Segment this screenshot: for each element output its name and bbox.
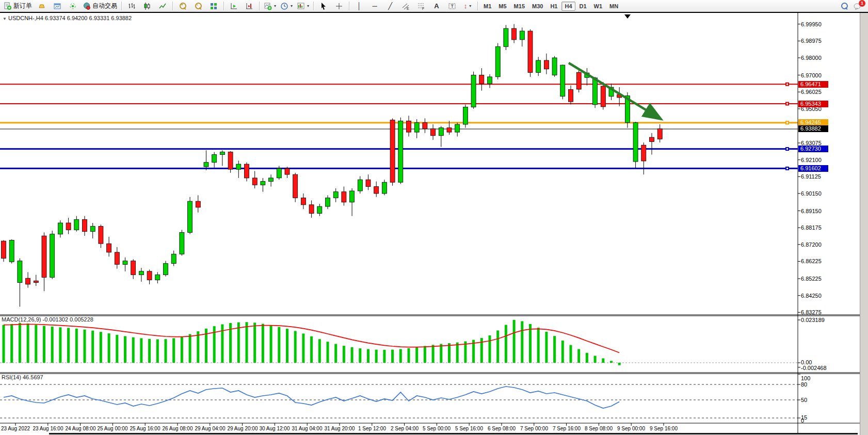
candle-body (196, 201, 200, 207)
time-axis-label: 25 Aug 00:00 (98, 426, 128, 431)
time-axis-label: 1 Sep 12:00 (358, 426, 386, 431)
timeframe-button-h4[interactable]: H4 (561, 2, 575, 11)
macd-bar (108, 333, 110, 363)
time-axis-label: 31 Aug 20:00 (325, 426, 355, 431)
signals-button[interactable] (65, 1, 81, 12)
autotrade-label: 自动交易 (92, 2, 117, 10)
timeframe-button-m5[interactable]: M5 (495, 2, 509, 11)
bar-chart-button[interactable] (124, 1, 139, 12)
candle-body (212, 155, 217, 163)
timeframe-button-h1[interactable]: H1 (547, 2, 560, 11)
vline-tool-button[interactable]: │ (351, 1, 367, 12)
horizontal-scrollbar[interactable] (49, 433, 858, 434)
periods-icon (280, 2, 288, 10)
candle-body (90, 227, 95, 232)
time-axis-label: 7 Sep 16:00 (553, 426, 581, 431)
macd-bar (594, 356, 597, 363)
candle-body (123, 261, 127, 265)
macd-histogram (3, 320, 621, 365)
hline-tool-button[interactable]: ─ (367, 1, 382, 12)
rsi-name: RSI(14) (2, 374, 21, 380)
candle-body (601, 86, 605, 107)
tile-windows-button[interactable] (206, 1, 221, 12)
candle-body (463, 107, 468, 125)
candle-body (512, 28, 517, 40)
line-chart-icon (158, 2, 167, 10)
charts-button[interactable] (50, 1, 65, 12)
symbol-period-label: USDCNH-,H4 (8, 15, 43, 21)
chart-canvas[interactable] (0, 0, 868, 435)
macd-bar (19, 323, 21, 363)
macd-bar (577, 349, 580, 363)
candle-body (544, 60, 549, 69)
charts-icon (53, 2, 61, 10)
timeframe-button-d1[interactable]: D1 (576, 2, 590, 11)
price-level-line[interactable] (0, 84, 798, 85)
timeframe-button-m15[interactable]: M15 (511, 2, 528, 11)
time-axis-label: 31 Aug 04:00 (292, 426, 323, 431)
candle-body (552, 58, 557, 75)
candle-body (641, 145, 646, 161)
candle-body (131, 261, 136, 275)
macd-bar (399, 349, 402, 363)
candlestick-button[interactable] (139, 1, 155, 12)
cursor-button[interactable] (316, 1, 331, 12)
collapse-toggle-icon[interactable]: ▼ (3, 17, 7, 21)
macd-bar (618, 363, 621, 365)
new-order-button[interactable]: 新订单 (2, 1, 34, 12)
autotrade-button[interactable]: 自动交易 (81, 1, 119, 12)
candle-body (285, 168, 290, 174)
line-chart-button[interactable] (155, 1, 170, 12)
timeframe-button-mn[interactable]: MN (606, 2, 621, 11)
auto-scroll-button[interactable] (226, 1, 242, 12)
zoom-in-button[interactable]: + (175, 1, 190, 12)
indicators-button[interactable]: ▾ (262, 1, 278, 12)
time-axis-label: 7 Sep 00:00 (520, 426, 548, 431)
candlesticks (2, 24, 663, 307)
macd-bar (51, 327, 54, 363)
arrows-tool-button[interactable]: ↕ ▾ (460, 1, 475, 12)
text-label-tool-button[interactable]: T (444, 1, 460, 12)
timeframe-button-m1[interactable]: M1 (480, 2, 494, 11)
candle-body (358, 180, 362, 191)
text-tool-button[interactable]: A (429, 1, 444, 12)
toolbar-separator (172, 2, 173, 10)
timeframe-button-m30[interactable]: M30 (529, 2, 546, 11)
fibonacci-tool-button[interactable]: F (413, 1, 429, 12)
gold-chart-button[interactable] (34, 1, 50, 12)
candle-body (277, 168, 281, 178)
channel-tool-button[interactable]: E (398, 1, 413, 12)
crosshair-button[interactable] (331, 1, 347, 12)
trend-arrow-annotation[interactable] (569, 63, 660, 118)
notifications-button[interactable]: 1 (853, 2, 862, 10)
candle-body (342, 192, 346, 202)
macd-bar (610, 361, 613, 363)
zoom-out-button[interactable]: - (190, 1, 206, 12)
macd-bar (181, 336, 183, 363)
chevron-down-icon: ▾ (274, 4, 276, 8)
macd-bar (391, 350, 394, 363)
search-icon[interactable] (841, 3, 848, 9)
scroll-marker-icon[interactable] (624, 14, 631, 19)
text-icon: A (434, 2, 439, 10)
periods-button[interactable]: ▾ (278, 1, 295, 12)
candle-body (528, 31, 533, 72)
time-axis-label: 24 Aug 08:00 (66, 426, 96, 431)
toolbar-separator (259, 2, 260, 10)
macd-bar (351, 347, 353, 363)
time-axis-label: 9 Sep 16:00 (650, 426, 678, 431)
templates-button[interactable]: ▾ (295, 1, 311, 12)
macd-bar (489, 335, 491, 363)
price-level-line[interactable] (0, 103, 798, 104)
price-tick-label: 6.91125 (801, 173, 821, 180)
candle-body (228, 152, 233, 170)
new-order-icon (4, 2, 12, 10)
candle-body (536, 60, 541, 73)
time-axis-label: 25 Aug 16:00 (130, 426, 160, 431)
tile-windows-icon (210, 2, 218, 10)
chart-shift-button[interactable] (242, 1, 257, 12)
trendline-icon: ╱ (388, 2, 392, 10)
candle-body (479, 75, 484, 84)
trendline-tool-button[interactable]: ╱ (382, 1, 398, 12)
timeframe-button-w1[interactable]: W1 (591, 2, 606, 11)
